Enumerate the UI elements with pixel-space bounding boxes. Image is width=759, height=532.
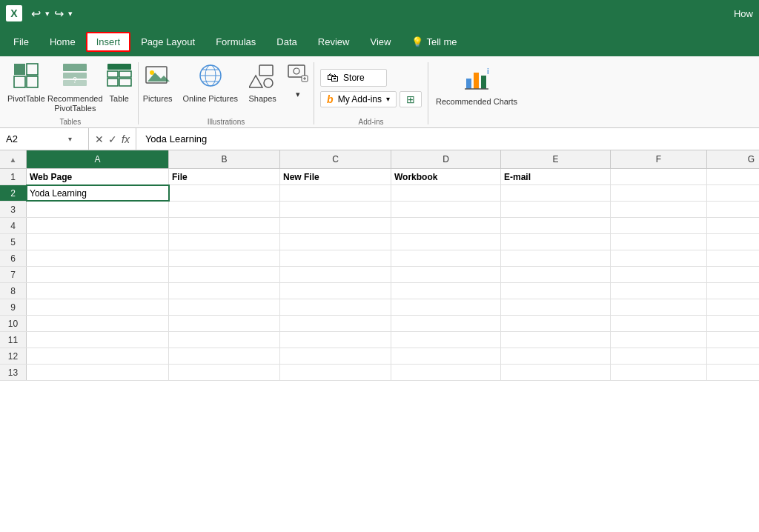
menu-home[interactable]: Home <box>39 32 86 52</box>
cell-c1[interactable]: New File <box>280 169 391 184</box>
cell-a9[interactable] <box>27 299 169 315</box>
cell-g12[interactable] <box>707 348 759 364</box>
cell-a8[interactable] <box>27 283 169 299</box>
cell-b9[interactable] <box>169 299 280 315</box>
recommended-pivot-tables-button[interactable]: ? Recommended PivotTables <box>51 59 99 116</box>
cell-e10[interactable] <box>501 316 611 331</box>
cell-e6[interactable] <box>501 250 611 266</box>
menu-insert[interactable]: Insert <box>86 32 131 52</box>
cell-b6[interactable] <box>169 250 280 266</box>
screenshot-button[interactable]: ▾ <box>282 59 314 102</box>
cell-a6[interactable] <box>27 250 169 266</box>
cell-g10[interactable] <box>707 316 759 331</box>
cell-d3[interactable] <box>391 202 501 217</box>
my-addins-dropdown[interactable]: ▾ <box>386 95 390 103</box>
my-addins-button[interactable]: b My Add-ins ▾ <box>320 91 397 107</box>
cell-c4[interactable] <box>280 218 391 233</box>
col-header-b[interactable]: B <box>169 150 280 168</box>
cell-e9[interactable] <box>501 299 611 315</box>
cell-b13[interactable] <box>169 365 280 380</box>
online-pictures-button[interactable]: Online Pictures <box>179 59 243 107</box>
cell-f10[interactable] <box>611 316 707 331</box>
cell-c10[interactable] <box>280 316 391 331</box>
cell-d13[interactable] <box>391 365 501 380</box>
cell-b10[interactable] <box>169 316 280 331</box>
addins-extra-button[interactable]: ⊞ <box>400 91 422 107</box>
cell-e3[interactable] <box>501 202 611 217</box>
cell-g2[interactable] <box>707 185 759 201</box>
pictures-button[interactable]: Pictures <box>139 59 177 107</box>
cell-b4[interactable] <box>169 218 280 233</box>
cell-d6[interactable] <box>391 250 501 266</box>
cell-c2[interactable] <box>280 185 391 201</box>
cell-b3[interactable] <box>169 202 280 217</box>
col-header-d[interactable]: D <box>391 150 501 168</box>
menu-file[interactable]: File <box>3 32 39 52</box>
cell-a10[interactable] <box>27 316 169 331</box>
cell-a5[interactable] <box>27 234 169 250</box>
cell-g1[interactable] <box>707 169 759 184</box>
cell-e4[interactable] <box>501 218 611 233</box>
cell-c13[interactable] <box>280 365 391 380</box>
store-button[interactable]: 🛍 Store <box>320 69 387 87</box>
table-button[interactable]: Table <box>101 59 138 107</box>
menu-view[interactable]: View <box>359 32 401 52</box>
cell-f4[interactable] <box>611 218 707 233</box>
cell-c5[interactable] <box>280 234 391 250</box>
cell-g9[interactable] <box>707 299 759 315</box>
cell-b11[interactable] <box>169 332 280 348</box>
cell-d5[interactable] <box>391 234 501 250</box>
cell-g3[interactable] <box>707 202 759 217</box>
cell-d11[interactable] <box>391 332 501 348</box>
menu-review[interactable]: Review <box>308 32 360 52</box>
cell-a7[interactable] <box>27 267 169 282</box>
cell-e7[interactable] <box>501 267 611 282</box>
cell-d8[interactable] <box>391 283 501 299</box>
cell-c9[interactable] <box>280 299 391 315</box>
cell-g11[interactable] <box>707 332 759 348</box>
cell-g4[interactable] <box>707 218 759 233</box>
cell-c11[interactable] <box>280 332 391 348</box>
cell-b1[interactable]: File <box>169 169 280 184</box>
menu-formulas[interactable]: Formulas <box>205 32 266 52</box>
col-header-f[interactable]: F <box>611 150 707 168</box>
cell-d10[interactable] <box>391 316 501 331</box>
col-header-g[interactable]: G <box>707 150 759 168</box>
cell-c6[interactable] <box>280 250 391 266</box>
cell-f2[interactable] <box>611 185 707 201</box>
cell-c12[interactable] <box>280 348 391 364</box>
confirm-button[interactable]: ✓ <box>108 133 117 145</box>
cell-a12[interactable] <box>27 348 169 364</box>
cell-b5[interactable] <box>169 234 280 250</box>
col-header-a[interactable]: A <box>27 150 169 168</box>
cell-e2[interactable] <box>501 185 611 201</box>
menu-page-layout[interactable]: Page Layout <box>130 32 205 52</box>
cell-f3[interactable] <box>611 202 707 217</box>
cell-a13[interactable] <box>27 365 169 380</box>
redo-icon[interactable]: ↪ <box>54 7 64 21</box>
cell-e13[interactable] <box>501 365 611 380</box>
cell-g8[interactable] <box>707 283 759 299</box>
cell-f1[interactable] <box>611 169 707 184</box>
col-header-e[interactable]: E <box>501 150 611 168</box>
cell-g5[interactable] <box>707 234 759 250</box>
cell-b8[interactable] <box>169 283 280 299</box>
cell-a4[interactable] <box>27 218 169 233</box>
cell-d4[interactable] <box>391 218 501 233</box>
cell-c7[interactable] <box>280 267 391 282</box>
cell-c8[interactable] <box>280 283 391 299</box>
name-box-input[interactable] <box>6 133 65 144</box>
cell-f13[interactable] <box>611 365 707 380</box>
cell-a1[interactable]: Web Page <box>27 169 169 184</box>
undo-icon[interactable]: ↩ <box>31 7 41 21</box>
cell-f7[interactable] <box>611 267 707 282</box>
cell-b7[interactable] <box>169 267 280 282</box>
cell-d12[interactable] <box>391 348 501 364</box>
cell-e5[interactable] <box>501 234 611 250</box>
cell-g13[interactable] <box>707 365 759 380</box>
formula-content[interactable]: Yoda Learning <box>136 133 759 144</box>
cell-e12[interactable] <box>501 348 611 364</box>
name-box[interactable]: ▾ <box>0 128 89 150</box>
cell-e1[interactable]: E-mail <box>501 169 611 184</box>
cell-b12[interactable] <box>169 348 280 364</box>
